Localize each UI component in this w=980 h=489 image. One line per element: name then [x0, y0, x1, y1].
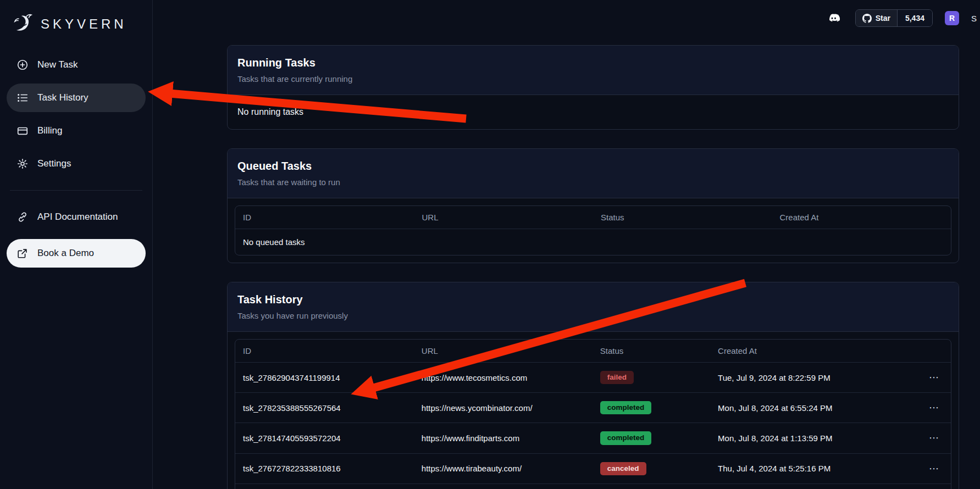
task-id: tsk_278629043741199914 — [235, 363, 414, 393]
queued-tasks-subtitle: Tasks that are waiting to run — [237, 177, 949, 187]
running-tasks-card: Running Tasks Tasks that are currently r… — [227, 45, 959, 130]
status-badge: completed — [600, 401, 652, 414]
sidebar-item-billing[interactable]: Billing — [7, 116, 146, 145]
queued-tasks-table: ID URL Status Created At No queued tasks — [235, 205, 951, 255]
row-actions-menu-icon[interactable]: ⋯ — [924, 371, 943, 384]
column-header-created-at: Created At — [710, 340, 917, 363]
user-avatar[interactable]: R — [945, 11, 959, 25]
skyvern-dragon-icon — [11, 12, 35, 36]
content: Running Tasks Tasks that are currently r… — [227, 0, 959, 489]
running-tasks-title: Running Tasks — [237, 57, 949, 69]
task-url: https://news.ycombinator.com/ — [414, 393, 593, 423]
column-header-created-at: Created At — [772, 206, 951, 229]
brand-logo[interactable]: SKYVERN — [7, 8, 146, 51]
list-icon — [16, 92, 29, 104]
sidebar: SKYVERN New Task Task History Billing — [0, 0, 153, 489]
discord-icon[interactable] — [827, 12, 843, 25]
link-icon — [16, 211, 29, 223]
sidebar-item-api-documentation[interactable]: API Documentation — [7, 203, 146, 231]
task-url: https://www.tecosmetics.com — [414, 363, 593, 393]
github-star-button[interactable]: Star 5,434 — [855, 9, 933, 27]
column-header-id: ID — [235, 340, 414, 363]
running-tasks-subtitle: Tasks that are currently running — [237, 74, 949, 84]
table-row[interactable]: tsk_276727822333810816 https://www.tirab… — [235, 453, 951, 484]
table-row: No queued tasks — [235, 229, 951, 255]
status-badge: completed — [600, 431, 652, 444]
book-a-demo-button[interactable]: Book a Demo — [7, 239, 146, 268]
app-root: SKYVERN New Task Task History Billing — [0, 0, 980, 489]
task-history-table: ID URL Status Created At tsk_27862904374… — [235, 339, 951, 489]
queued-tasks-card: Queued Tasks Tasks that are waiting to r… — [227, 148, 959, 263]
sidebar-secondary-nav: API Documentation Book a Demo — [7, 203, 146, 268]
task-url: https://www.finditparts.com — [414, 423, 593, 453]
task-id: tsk_278147405593572204 — [235, 423, 414, 453]
task-created-at: Thu, Jul 4, 2024 at 5:25:16 PM — [710, 453, 917, 484]
sidebar-item-label: Settings — [37, 158, 71, 169]
queued-tasks-empty-message: No queued tasks — [235, 229, 951, 255]
plus-circle-icon — [16, 59, 29, 71]
task-id: tsk_276727822333810816 — [235, 453, 414, 484]
github-icon — [862, 14, 872, 23]
github-star-label: Star — [876, 14, 890, 23]
topbar: Star 5,434 R S — [153, 0, 980, 36]
brand-name: SKYVERN — [41, 16, 127, 32]
row-actions-menu-icon[interactable]: ⋯ — [924, 432, 943, 444]
table-row[interactable]: tsk_274180139292204058 https://www.geico… — [235, 484, 951, 489]
column-header-actions — [917, 340, 951, 363]
column-header-status: Status — [593, 340, 710, 363]
task-created-at: Mon, Jul 8, 2024 at 1:13:59 PM — [710, 423, 917, 453]
credit-card-icon — [16, 125, 29, 137]
status-badge: canceled — [600, 462, 646, 475]
task-created-at: Tue, Jul 9, 2024 at 8:22:59 PM — [710, 363, 917, 393]
table-row[interactable]: tsk_278629043741199914 https://www.tecos… — [235, 363, 951, 393]
sidebar-item-label: API Documentation — [37, 212, 118, 223]
running-tasks-empty-message: No running tasks — [228, 95, 959, 129]
book-a-demo-label: Book a Demo — [37, 248, 94, 259]
task-history-subtitle: Tasks you have run previously — [237, 311, 949, 320]
sidebar-item-settings[interactable]: Settings — [7, 149, 146, 178]
gear-icon — [16, 158, 29, 170]
sidebar-item-new-task[interactable]: New Task — [7, 51, 146, 79]
sidebar-item-task-history[interactable]: Task History — [7, 84, 146, 112]
row-actions-menu-icon[interactable]: ⋯ — [924, 463, 943, 475]
user-name[interactable]: S — [971, 14, 977, 23]
task-url: https://www.tirabeauty.com/ — [414, 453, 593, 484]
task-id: tsk_278235388555267564 — [235, 393, 414, 423]
queued-tasks-title: Queued Tasks — [237, 160, 949, 173]
task-history-card: Task History Tasks you have run previous… — [227, 282, 959, 489]
task-id: tsk_274180139292204058 — [235, 484, 414, 489]
task-history-title: Task History — [237, 293, 949, 306]
column-header-url: URL — [414, 340, 593, 363]
sidebar-nav: New Task Task History Billing Settings — [7, 51, 146, 178]
table-row[interactable]: tsk_278235388555267564 https://news.ycom… — [235, 393, 951, 423]
task-url: https://www.geico.com — [414, 484, 593, 489]
main-area: Star 5,434 R S Running Tasks Tasks that … — [153, 0, 980, 489]
sidebar-item-label: New Task — [37, 59, 77, 70]
task-created-at: Mon, Jul 8, 2024 at 6:55:24 PM — [710, 393, 917, 423]
column-header-status: Status — [593, 206, 772, 229]
table-row[interactable]: tsk_278147405593572204 https://www.findi… — [235, 423, 951, 453]
column-header-id: ID — [235, 206, 414, 229]
github-star-count: 5,434 — [897, 10, 932, 26]
row-actions-menu-icon[interactable]: ⋯ — [924, 402, 943, 414]
task-created-at: Thu, Jun 27, 2024 at 8:38:58 PM — [710, 484, 917, 489]
column-header-url: URL — [414, 206, 594, 229]
status-badge: failed — [600, 371, 634, 384]
external-link-icon — [16, 247, 29, 259]
sidebar-item-label: Task History — [37, 92, 88, 103]
sidebar-divider — [10, 190, 142, 191]
sidebar-item-label: Billing — [37, 125, 62, 136]
